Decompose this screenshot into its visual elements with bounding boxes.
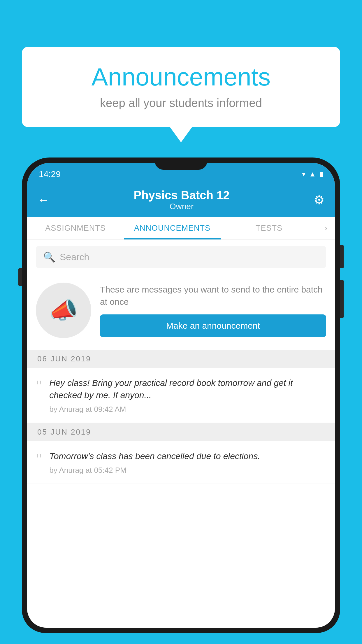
- phone-container: 14:29 ▾ ▲ ▮ ← Physics Batch 12 Owner ⚙: [22, 158, 340, 644]
- wifi-icon: ▾: [302, 170, 305, 178]
- search-container: 🔍 Search: [27, 240, 335, 274]
- tab-more[interactable]: ›: [317, 217, 335, 239]
- search-bar[interactable]: 🔍 Search: [36, 246, 326, 268]
- tab-tests[interactable]: TESTS: [221, 217, 317, 239]
- app-header: ← Physics Batch 12 Owner ⚙: [27, 183, 335, 217]
- megaphone-icon: 📣: [49, 297, 78, 324]
- date-divider-1: 06 JUN 2019: [27, 350, 335, 368]
- phone-screen: 14:29 ▾ ▲ ▮ ← Physics Batch 12 Owner ⚙: [27, 163, 335, 628]
- battery-icon: ▮: [319, 170, 323, 178]
- batch-title: Physics Batch 12: [133, 189, 229, 202]
- speech-bubble: Announcements keep all your students inf…: [22, 47, 340, 127]
- header-center: Physics Batch 12 Owner: [133, 189, 229, 211]
- announcement-content-2: Tomorrow's class has been cancelled due …: [49, 450, 326, 475]
- quote-icon-1: ": [36, 378, 42, 393]
- signal-icon: ▲: [309, 170, 316, 178]
- promo-right: These are messages you want to send to t…: [100, 284, 326, 337]
- status-icons: ▾ ▲ ▮: [302, 170, 323, 178]
- announcement-item-2[interactable]: " Tomorrow's class has been cancelled du…: [27, 441, 335, 484]
- announcement-content-1: Hey class! Bring your practical record b…: [49, 377, 326, 414]
- announcement-meta-2: by Anurag at 05:42 PM: [49, 466, 326, 475]
- date-label-1: 06 JUN 2019: [37, 354, 91, 363]
- search-placeholder: Search: [60, 252, 89, 262]
- announcement-text-2: Tomorrow's class has been cancelled due …: [49, 450, 326, 462]
- bubble-subtitle: keep all your students informed: [39, 97, 323, 110]
- phone-outer: 14:29 ▾ ▲ ▮ ← Physics Batch 12 Owner ⚙: [22, 158, 340, 633]
- quote-icon-2: ": [36, 452, 42, 467]
- tab-announcements[interactable]: ANNOUNCEMENTS: [124, 217, 221, 239]
- search-icon: 🔍: [43, 251, 55, 263]
- status-time: 14:29: [39, 169, 61, 179]
- tab-assignments[interactable]: ASSIGNMENTS: [27, 217, 124, 239]
- speech-bubble-container: Announcements keep all your students inf…: [22, 47, 340, 127]
- announcement-meta-1: by Anurag at 09:42 AM: [49, 405, 326, 414]
- announcement-item-1[interactable]: " Hey class! Bring your practical record…: [27, 368, 335, 423]
- batch-subtitle: Owner: [133, 202, 229, 211]
- side-button-right-top: [340, 245, 344, 268]
- side-button-right-bottom: [340, 280, 344, 318]
- promo-icon-circle: 📣: [36, 283, 91, 338]
- promo-description: These are messages you want to send to t…: [100, 284, 326, 308]
- make-announcement-button[interactable]: Make an announcement: [100, 314, 326, 337]
- bubble-title: Announcements: [39, 63, 323, 91]
- side-button-left: [18, 268, 22, 286]
- back-button[interactable]: ←: [37, 193, 50, 207]
- settings-icon[interactable]: ⚙: [314, 193, 325, 207]
- date-divider-2: 05 JUN 2019: [27, 423, 335, 441]
- tabs-bar: ASSIGNMENTS ANNOUNCEMENTS TESTS ›: [27, 217, 335, 240]
- announcement-text-1: Hey class! Bring your practical record b…: [49, 377, 326, 401]
- promo-area: 📣 These are messages you want to send to…: [27, 274, 335, 350]
- phone-notch: [155, 158, 207, 170]
- date-label-2: 05 JUN 2019: [37, 428, 91, 436]
